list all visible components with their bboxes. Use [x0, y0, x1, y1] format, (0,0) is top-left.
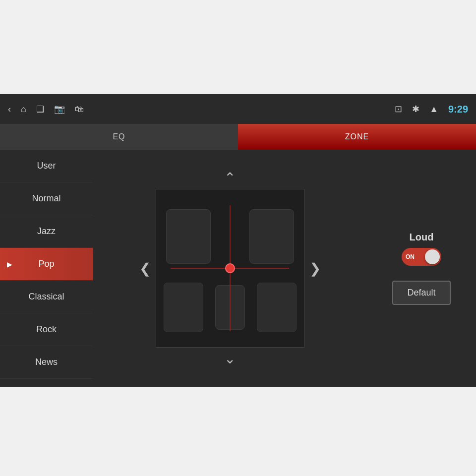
cast-icon[interactable]: ⊡ — [395, 104, 402, 115]
top-padding — [0, 0, 476, 94]
windows-icon[interactable]: ❏ — [36, 104, 44, 115]
shopping-icon[interactable]: 🛍 — [75, 104, 84, 115]
sidebar-item-pop[interactable]: Pop — [0, 248, 93, 281]
home-icon[interactable]: ⌂ — [21, 104, 26, 115]
sidebar-item-classical[interactable]: Classical — [0, 281, 93, 313]
seat-rear-right — [257, 283, 297, 332]
camera-icon[interactable]: 📷 — [54, 104, 65, 115]
tab-bar: EQ ZONE — [0, 124, 476, 150]
zone-left-arrow[interactable]: ❮ — [139, 260, 151, 277]
bottom-padding — [0, 387, 476, 476]
sidebar-item-news[interactable]: News — [0, 346, 93, 379]
zone-center-area: ⌃ ❮ — [93, 150, 367, 387]
main-content: User Normal Jazz Pop Classical Rock News… — [0, 150, 476, 387]
crosshair-dot — [225, 263, 235, 273]
loud-toggle[interactable]: ON — [402, 248, 441, 266]
tab-zone[interactable]: ZONE — [238, 124, 476, 150]
device-frame: ‹ ⌂ ❏ 📷 🛍 ⊡ ✱ ▲ 9:29 EQ ZONE User Normal… — [0, 0, 476, 476]
sidebar-item-jazz[interactable]: Jazz — [0, 215, 93, 248]
horizontal-controls: ❮ ❯ — [139, 189, 321, 348]
zone-right-arrow[interactable]: ❯ — [309, 260, 321, 277]
wifi-icon: ▲ — [429, 104, 438, 115]
crosshair-horizontal — [171, 268, 289, 269]
seat-rear-center — [215, 285, 245, 330]
sidebar-item-rock[interactable]: Rock — [0, 313, 93, 346]
bluetooth-icon[interactable]: ✱ — [412, 104, 419, 115]
zone-up-arrow[interactable]: ⌃ — [224, 170, 236, 186]
loud-section: Loud ON — [402, 232, 441, 266]
status-bar: ‹ ⌂ ❏ 📷 🛍 ⊡ ✱ ▲ 9:29 — [0, 94, 476, 124]
seat-front-right — [249, 209, 294, 264]
tab-eq[interactable]: EQ — [0, 124, 238, 150]
seat-rear-left — [164, 283, 203, 332]
sidebar-item-normal[interactable]: Normal — [0, 182, 93, 215]
car-interior-view[interactable] — [156, 189, 304, 348]
car-interior-bg — [156, 189, 304, 347]
back-icon[interactable]: ‹ — [8, 104, 11, 115]
seat-front-left — [166, 209, 211, 264]
toggle-on-text: ON — [406, 253, 415, 260]
loud-label: Loud — [410, 232, 434, 243]
time-display: 9:29 — [448, 104, 468, 115]
toggle-knob — [425, 249, 440, 264]
right-panel: Loud ON Default — [367, 150, 476, 387]
sidebar: User Normal Jazz Pop Classical Rock News — [0, 150, 93, 387]
zone-down-arrow[interactable]: ⌄ — [224, 351, 236, 367]
default-button[interactable]: Default — [392, 281, 450, 305]
sidebar-item-user[interactable]: User — [0, 150, 93, 182]
